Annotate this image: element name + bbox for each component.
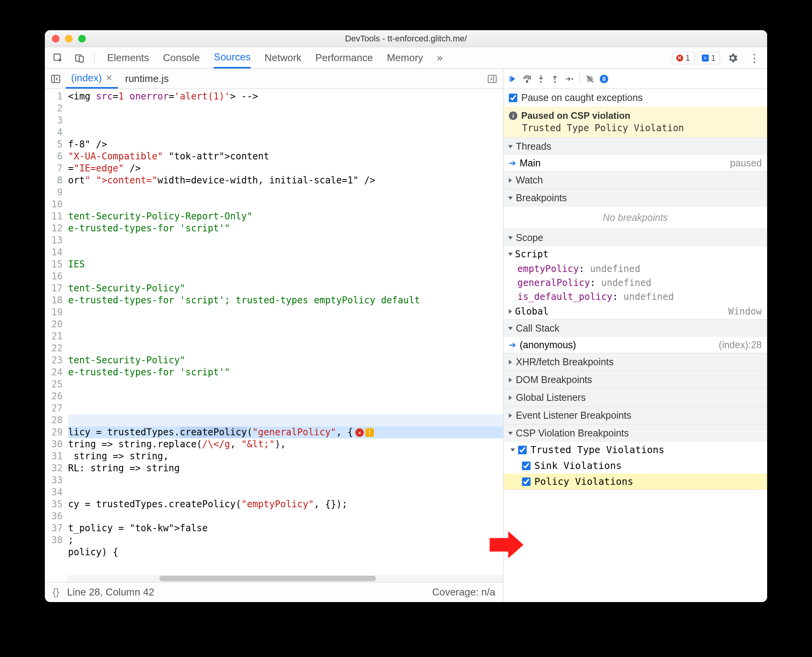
svg-point-9 [571,78,573,79]
dom-bp-header[interactable]: DOM Breakpoints [503,371,767,388]
watch-header[interactable]: Watch [503,171,767,189]
xhr-bp-label: XHR/fetch Breakpoints [516,356,614,368]
file-tab-runtime[interactable]: runtime.js [119,69,174,89]
debugger-panel: Pause on caught exceptions i Paused on C… [503,69,767,602]
threads-header[interactable]: Threads [503,138,767,155]
window-zoom-button[interactable] [78,35,86,43]
event-listener-bp-label: Event Listener Breakpoints [516,410,631,421]
error-icon: ✕ [676,55,683,62]
window-close-button[interactable] [52,35,60,43]
debugger-toolbar [503,69,767,89]
sources-panel: (index) ✕ runtime.js 1234567891011121314… [45,69,503,602]
editor-statusbar: {} Line 28, Column 42 Coverage: n/a [45,582,503,602]
step-into-icon[interactable] [535,73,547,85]
line-gutter[interactable]: 1234567891011121314151617181920212223242… [45,89,67,582]
devtools-window: DevTools - tt-enforced.glitch.me/ Elemen… [45,30,767,602]
scope-script-row[interactable]: Script [503,246,767,262]
callstack-frame[interactable]: ➔ (anonymous) (index):28 [503,337,767,353]
tab-network[interactable]: Network [264,47,301,68]
breakpoints-label: Breakpoints [516,192,567,204]
svg-rect-2 [79,56,84,62]
pause-on-caught-checkbox[interactable] [509,94,517,102]
message-count-badge[interactable]: ≡ 1 [698,52,720,64]
trusted-type-checkbox[interactable] [518,446,527,454]
window-minimize-button[interactable] [65,35,73,43]
pause-on-caught-row[interactable]: Pause on caught exceptions [503,89,767,106]
separator [94,52,95,64]
svg-rect-5 [510,76,510,82]
pause-exceptions-icon[interactable] [598,73,610,85]
policy-violations-label: Policy Violations [534,476,633,487]
close-icon[interactable]: ✕ [106,73,113,83]
breakpoints-header[interactable]: Breakpoints [503,189,767,207]
global-listeners-header[interactable]: Global Listeners [503,389,767,406]
annotation-arrow-icon [490,531,524,561]
scope-header[interactable]: Scope [503,229,767,246]
tab-console[interactable]: Console [163,47,200,68]
svg-rect-3 [52,75,60,82]
device-toggle-icon[interactable] [70,50,89,66]
csp-root-row[interactable]: Trusted Type Violations [503,442,767,458]
file-tab-index[interactable]: (index) ✕ [66,69,118,89]
step-icon[interactable] [563,73,575,85]
tab-elements[interactable]: Elements [107,47,149,68]
cursor-position: Line 28, Column 42 [67,586,154,598]
tab-memory[interactable]: Memory [387,47,423,68]
csp-bp-label: CSP Violation Breakpoints [516,428,629,439]
pause-on-caught-label: Pause on caught exceptions [521,92,643,103]
step-out-icon[interactable] [549,73,561,85]
paused-banner: i Paused on CSP violation Trusted Type P… [503,106,767,138]
inspect-icon[interactable] [49,50,67,66]
deactivate-breakpoints-icon[interactable] [584,73,596,85]
panel-tabs: Elements Console Sources Network Perform… [107,47,443,68]
xhr-bp-header[interactable]: XHR/fetch Breakpoints [503,353,767,371]
paused-banner-sub: Trusted Type Policy Violation [509,123,762,133]
policy-violations-checkbox[interactable] [522,477,531,486]
coverage-status: Coverage: n/a [432,586,495,598]
resume-icon[interactable] [507,73,519,85]
step-over-icon[interactable] [521,73,533,85]
window-title: DevTools - tt-enforced.glitch.me/ [345,34,467,44]
csp-child-row[interactable]: Policy Violations [503,474,767,489]
thread-row[interactable]: ➔ Main paused [503,155,767,171]
csp-bp-header[interactable]: CSP Violation Breakpoints [503,424,767,442]
file-tab-label: runtime.js [125,73,169,85]
more-icon[interactable]: ⋮ [745,51,763,65]
tab-sources[interactable]: Sources [214,47,251,68]
code-editor[interactable]: 1234567891011121314151617181920212223242… [45,89,503,582]
chevron-down-icon [510,448,515,452]
current-frame-icon: ➔ [509,340,516,350]
code-area[interactable]: <img src=1 onerror='alert(1)'> --> f-8" … [67,89,503,582]
svg-rect-12 [604,77,605,81]
event-listener-bp-header[interactable]: Event Listener Breakpoints [503,407,767,424]
debugger-toggle-icon[interactable] [484,72,501,86]
callstack-label: Call Stack [516,323,560,334]
tabs-overflow[interactable]: » [437,47,442,68]
settings-icon[interactable] [723,50,742,66]
scope-var-row[interactable]: generalPolicy: undefined [503,276,767,290]
error-count-badge[interactable]: ✕ 1 [672,52,694,64]
titlebar: DevTools - tt-enforced.glitch.me/ [45,30,767,47]
scope-label: Scope [516,232,543,243]
file-tabs: (index) ✕ runtime.js [45,69,503,89]
tab-performance[interactable]: Performance [316,47,373,68]
csp-child-row[interactable]: Sink Violations [503,458,767,474]
traffic-lights [52,35,86,43]
chevron-down-icon [508,327,513,330]
horizontal-scrollbar[interactable] [67,575,503,582]
scope-var-row[interactable]: is_default_policy: undefined [503,290,767,304]
scope-global-type: Window [552,306,762,317]
navigator-toggle-icon[interactable] [47,72,64,86]
thread-status: paused [730,157,762,169]
chevron-right-icon [509,395,512,400]
callstack-header[interactable]: Call Stack [503,320,767,337]
scope-global-row[interactable]: Global Window [503,304,767,319]
svg-point-8 [554,81,556,82]
svg-point-10 [600,75,608,83]
sink-violations-checkbox[interactable] [522,462,531,470]
watch-label: Watch [516,175,543,186]
info-icon: i [509,111,517,120]
pretty-print-icon[interactable]: {} [53,586,59,598]
scope-var-row[interactable]: emptyPolicy: undefined [503,262,767,276]
chevron-down-icon [508,236,513,240]
